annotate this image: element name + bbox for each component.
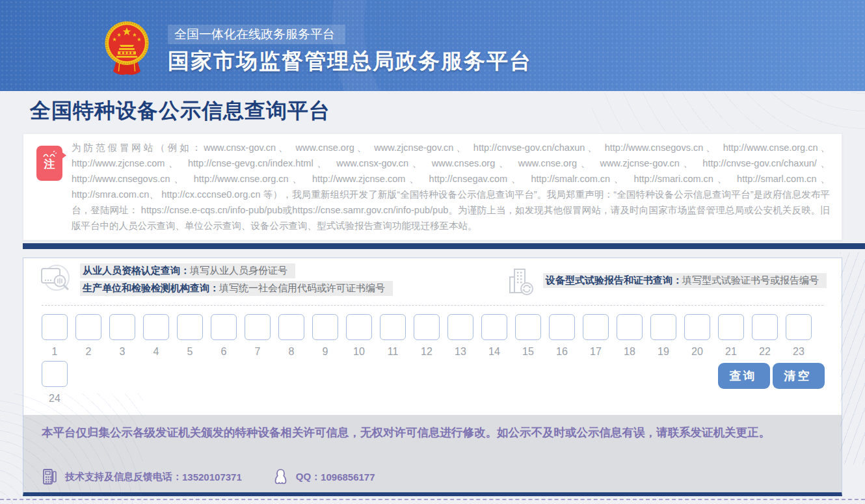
- code-cell-number: 5: [177, 346, 203, 358]
- code-cell-number: 11: [380, 346, 406, 358]
- code-input-20[interactable]: [684, 314, 710, 340]
- code-cell-number: 17: [583, 346, 609, 358]
- page: 全国一体化在线政务服务平台 国家市场监督管理总局政务服务平台 全国特种设备公示信…: [0, 0, 865, 504]
- person-query-label: 从业人员资格认定查询：: [83, 265, 190, 276]
- code-input-7[interactable]: [245, 314, 271, 340]
- code-cell: 2: [75, 314, 101, 358]
- code-input-14[interactable]: [481, 314, 507, 340]
- code-cell-number: 6: [211, 346, 237, 358]
- code-cell-number: 3: [109, 346, 135, 358]
- unit-query-label: 生产单位和检验检测机构查询：: [83, 282, 219, 293]
- code-cell: 19: [650, 314, 676, 358]
- device-query-hint: 填写型式试验证书号或报告编号: [682, 274, 819, 285]
- code-input-1[interactable]: [42, 314, 68, 340]
- code-cell: 23: [786, 314, 812, 358]
- notice-badge-label: 注: [36, 158, 62, 171]
- bg-corner-arcs: [0, 393, 143, 504]
- code-input-22[interactable]: [752, 314, 778, 340]
- code-input-13[interactable]: [447, 314, 473, 340]
- code-input-16[interactable]: [549, 314, 575, 340]
- code-input-24[interactable]: [42, 361, 68, 387]
- code-cell: 18: [617, 314, 643, 358]
- code-cell-number: 10: [346, 346, 372, 358]
- code-cell: 6: [211, 314, 237, 358]
- code-cell: 7: [245, 314, 271, 358]
- code-cell: 12: [414, 314, 440, 358]
- code-input-6[interactable]: [211, 314, 237, 340]
- qq-label: QQ：: [296, 471, 321, 483]
- bottom-dashed-line: [0, 499, 865, 500]
- code-cell-number: 8: [278, 346, 304, 358]
- code-cell-number: 16: [549, 346, 575, 358]
- code-input-17[interactable]: [583, 314, 609, 340]
- unit-query-option[interactable]: 生产单位和检验检测机构查询：填写统一社会信用代码或许可证书编号: [80, 281, 393, 296]
- query-panel: 从业人员资格认定查询：填写从业人员身份证号 生产单位和检验检测机构查询：填写统一…: [23, 258, 842, 496]
- code-cell: 17: [583, 314, 609, 358]
- document-magnifier-icon: [40, 263, 71, 293]
- device-query-label: 设备型式试验报告和证书查询：: [546, 274, 682, 285]
- code-cell-number: 21: [718, 346, 744, 358]
- phone-number: 13520107371: [182, 471, 242, 483]
- code-input-10[interactable]: [346, 314, 372, 340]
- code-cell: 5: [177, 314, 203, 358]
- building-sync-icon: [508, 267, 534, 296]
- dashed-separator: [42, 305, 823, 306]
- code-input-9[interactable]: [312, 314, 338, 340]
- code-input-3[interactable]: [109, 314, 135, 340]
- code-input-21[interactable]: [718, 314, 744, 340]
- code-cell-number: 18: [617, 346, 643, 358]
- device-type-test-query-block: 设备型式试验报告和证书查询：填写型式试验证书号或报告编号: [508, 267, 827, 296]
- code-input-8[interactable]: [278, 314, 304, 340]
- site-header: 全国一体化在线政务服务平台 国家市场监督管理总局政务服务平台: [0, 0, 865, 91]
- code-cell: 9: [312, 314, 338, 358]
- code-cell-number: 20: [684, 346, 710, 358]
- code-input-18[interactable]: [617, 314, 643, 340]
- note-bubble-icon: 注: [36, 146, 62, 181]
- code-cell: 4: [143, 314, 169, 358]
- device-query-option[interactable]: 设备型式试验报告和证书查询：填写型式试验证书号或报告编号: [543, 273, 827, 288]
- bg-wave-lines: [592, 92, 865, 131]
- code-cell-number: 1: [42, 346, 68, 358]
- qq-number: 1096856177: [321, 471, 375, 483]
- code-input-12[interactable]: [414, 314, 440, 340]
- page-title: 全国特种设备公示信息查询平台: [30, 97, 330, 126]
- code-cell-number: 13: [447, 346, 473, 358]
- code-cell-number: 9: [312, 346, 338, 358]
- person-query-hint: 填写从业人员身份证号: [190, 265, 287, 276]
- code-cell: 3: [109, 314, 135, 358]
- code-cell: 11: [380, 314, 406, 358]
- code-cell-number: 12: [414, 346, 440, 358]
- clear-button[interactable]: 清空: [773, 363, 825, 389]
- code-cell: 14: [481, 314, 507, 358]
- person-unit-query-block: 从业人员资格认定查询：填写从业人员身份证号 生产单位和检验检测机构查询：填写统一…: [40, 263, 393, 298]
- qq-penguin-icon: [273, 468, 288, 485]
- unit-query-hint: 填写统一社会信用代码或许可证书编号: [219, 282, 385, 293]
- code-input-2[interactable]: [75, 314, 101, 340]
- national-emblem-icon: [104, 20, 150, 77]
- code-cell: 10: [346, 314, 372, 358]
- anti-fake-notice-panel: 注 为防范假冒网站（例如：www.cnsx-gov.cn、 www.cnse.o…: [23, 133, 842, 241]
- search-button[interactable]: 查询: [718, 363, 770, 389]
- code-input-11[interactable]: [380, 314, 406, 340]
- site-title[interactable]: 国家市场监督管理总局政务服务平台: [168, 47, 532, 76]
- code-cell: 20: [684, 314, 710, 358]
- code-input-4[interactable]: [143, 314, 169, 340]
- person-query-option[interactable]: 从业人员资格认定查询：填写从业人员身份证号: [80, 263, 295, 278]
- code-input-19[interactable]: [650, 314, 676, 340]
- code-cell: 15: [515, 314, 541, 358]
- code-cell-number: 14: [481, 346, 507, 358]
- code-input-23[interactable]: [786, 314, 812, 340]
- code-input-15[interactable]: [515, 314, 541, 340]
- code-cell: 1: [42, 314, 68, 358]
- code-row-1: 1234567891011121314151617181920212223: [42, 314, 812, 358]
- code-cell-number: 15: [515, 346, 541, 358]
- anti-fake-notice-text: 为防范假冒网站（例如：www.cnsx-gov.cn、 www.cnse.org…: [72, 140, 830, 233]
- panel-footer: 本平台仅归集公示各级发证机关颁发的特种设备相关许可信息，无权对许可信息进行修改。…: [23, 415, 842, 492]
- code-cell-number: 7: [245, 346, 271, 358]
- disclaimer-text: 本平台仅归集公示各级发证机关颁发的特种设备相关许可信息，无权对许可信息进行修改。…: [42, 423, 822, 442]
- national-platform-badge: 全国一体化在线政务服务平台: [168, 25, 345, 44]
- code-input-5[interactable]: [177, 314, 203, 340]
- code-cell-number: 2: [75, 346, 101, 358]
- code-cell: 22: [752, 314, 778, 358]
- code-cell-number: 22: [752, 346, 778, 358]
